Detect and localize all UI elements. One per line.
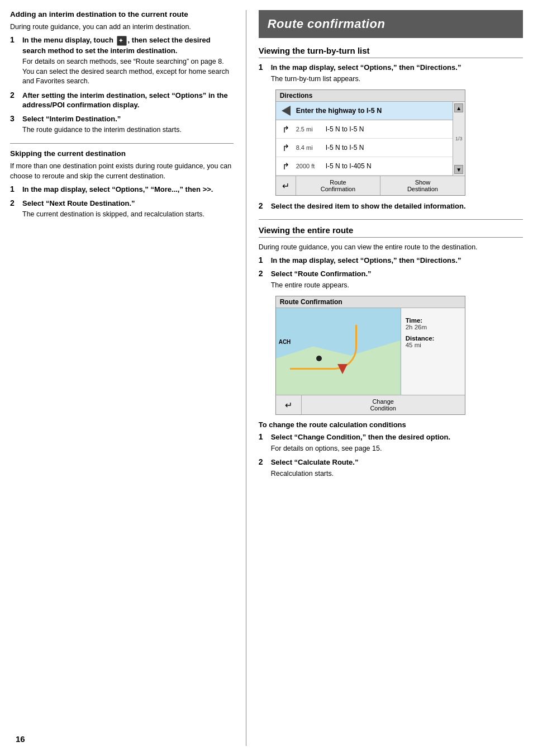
map-route-line: [290, 325, 357, 370]
turn-steps: 1 In the map display, select “Options,” …: [259, 63, 523, 84]
entire-step-num-1: 1: [259, 256, 268, 264]
entire-route-step-1: 1 In the map display, select “Options,” …: [259, 256, 523, 266]
route-map-area: ACH: [276, 308, 401, 395]
show-destination-button[interactable]: ShowDestination: [380, 176, 465, 195]
change-cond-step2-detail: Recalculation starts.: [271, 469, 523, 479]
entire-step2-main: Select “Route Confirmation.”: [271, 269, 523, 279]
turn-icon-2: ↱: [282, 143, 289, 153]
left-column: Adding an interim destination to the cur…: [10, 10, 246, 746]
interim-step-1: 1 In the menu display, touch , then sele…: [10, 35, 234, 87]
dir-row-2[interactable]: ↱ 8.4 mi I-5 N to I-5 N: [276, 139, 453, 157]
turn-step1-main: In the map display, select “Options,” th…: [271, 63, 523, 73]
divider-1: [10, 143, 234, 144]
section-interim-heading: Adding an interim destination to the cur…: [10, 10, 234, 18]
change-cond-step-2: 2 Select “Calculate Route.” Recalculatio…: [259, 457, 523, 479]
change-cond-steps: 1 Select “Change Condition,” then the de…: [259, 432, 523, 479]
turn-by-turn-heading: Viewing the turn-by-turn list: [259, 46, 523, 58]
turn-steps-2: 2 Select the desired item to show the de…: [259, 201, 523, 211]
dir-text-2: I-5 N to I-5 N: [326, 144, 449, 152]
step-num-1: 1: [10, 35, 19, 44]
directions-back-button[interactable]: ↵: [276, 176, 296, 195]
scroll-up-button[interactable]: ▲: [454, 103, 463, 112]
turn-step1-detail: The turn-by-turn list appears.: [271, 74, 523, 84]
dir-dist-1: 2.5 mi: [296, 126, 322, 133]
entire-route-heading: Viewing the entire route: [259, 225, 523, 238]
route-conf-body: ACH Time: 2h 26m Distance: 45 mi: [276, 308, 465, 395]
route-conf-change-button[interactable]: ChangeCondition: [302, 395, 465, 414]
right-column: Route confirmation Viewing the turn-by-t…: [246, 10, 523, 746]
dir-text-3: I-5 N to I-405 N: [326, 162, 449, 170]
change-cond-step2-main: Select “Calculate Route.”: [271, 457, 523, 467]
section-entire-route: Viewing the entire route During route gu…: [259, 225, 523, 479]
directions-title: Directions: [276, 90, 465, 102]
section-turn-by-turn: Viewing the turn-by-turn list 1 In the m…: [259, 46, 523, 211]
interim-step-3: 3 Select “Interim Destination.” The rout…: [10, 114, 234, 135]
dir-dist-3: 2000 ft: [296, 163, 322, 169]
arrow-left-icon: [282, 106, 291, 116]
subsection-change-conditions: To change the route calculation conditio…: [259, 420, 523, 479]
map-label-ach: ACH: [279, 339, 291, 345]
entire-route-step-2: 2 Select “Route Confirmation.” The entir…: [259, 269, 523, 290]
section-interim-destination: Adding an interim destination to the cur…: [10, 10, 234, 135]
turn-step-num-1: 1: [259, 63, 268, 72]
turn-step-1: 1 In the map display, select “Options,” …: [259, 63, 523, 84]
route-conf-title: Route Confirmation: [276, 296, 465, 308]
dir-row-1[interactable]: ↱ 2.5 mi I-5 N to I-5 N: [276, 120, 453, 139]
route-distance-value: 45 mi: [406, 342, 460, 348]
entire-step1-main: In the map display, select “Options,” th…: [271, 256, 523, 266]
dir-row-0[interactable]: Enter the highway to I-5 N: [276, 102, 453, 120]
scroll-page: 1/3: [455, 136, 463, 141]
map-marker-end: [337, 364, 348, 374]
turn-step-2: 2 Select the desired item to show the de…: [259, 201, 523, 211]
interim-step2-main: After setting the interim destination, s…: [22, 91, 234, 110]
interim-steps: 1 In the menu display, touch , then sele…: [10, 35, 234, 135]
dir-text-0: Enter the highway to I-5 N: [296, 107, 449, 115]
step-num-2: 2: [10, 91, 19, 100]
dir-icon-3: ↱: [280, 160, 292, 172]
change-cond-step1-main: Select “Change Condition,” then the desi…: [271, 432, 523, 442]
directions-scroll: ▲ 1/3 ▼: [453, 102, 465, 176]
dir-icon-0: [280, 105, 292, 117]
route-time-label: Time:: [406, 317, 460, 324]
route-info-area: Time: 2h 26m Distance: 45 mi: [401, 308, 465, 395]
scroll-down-button[interactable]: ▼: [454, 165, 463, 174]
change-cond-step-num-2: 2: [259, 457, 268, 466]
route-conf-footer: ↵ ChangeCondition: [276, 395, 465, 414]
directions-list: Enter the highway to I-5 N ↱ 2.5 mi I-5 …: [276, 102, 453, 176]
dir-text-1: I-5 N to I-5 N: [326, 125, 449, 133]
directions-ui: Directions Enter the highway to I-5 N: [275, 89, 465, 196]
route-confirmation-button[interactable]: RouteConfirmation: [296, 176, 381, 195]
section-skip-intro: If more than one destination point exist…: [10, 161, 234, 181]
dir-icon-2: ↱: [280, 141, 292, 154]
directions-bottom-bar: ↵ RouteConfirmation ShowDestination: [276, 176, 465, 195]
step-num-3: 3: [10, 114, 19, 123]
interim-step1-detail: For details on search methods, see “Rout…: [22, 57, 234, 87]
route-distance-label: Distance:: [406, 335, 460, 342]
skip-step2-detail: The current destination is skipped, and …: [22, 210, 234, 220]
turn-icon-3: ↱: [282, 161, 289, 172]
skip-step2-main: Select “Next Route Destination.”: [22, 199, 234, 209]
section-skip-destination: Skipping the current destination If more…: [10, 149, 234, 220]
skip-step-num-2: 2: [10, 199, 19, 207]
turn-icon-1: ↱: [282, 124, 289, 135]
section-skip-heading: Skipping the current destination: [10, 149, 234, 158]
change-cond-step1-detail: For details on options, see page 15.: [271, 444, 523, 454]
change-cond-step-num-1: 1: [259, 432, 268, 441]
route-confirmation-ui: Route Confirmation ACH Time: 2h 26m Dist…: [275, 296, 465, 415]
menu-icon: [117, 36, 127, 46]
skip-step-1: 1 In the map display, select “Options,” …: [10, 185, 234, 195]
route-confirmation-header: Route confirmation: [259, 10, 523, 38]
directions-content: Enter the highway to I-5 N ↱ 2.5 mi I-5 …: [276, 102, 465, 176]
skip-step-num-1: 1: [10, 185, 19, 193]
skip-step1-main: In the map display, select “Options,” “M…: [22, 185, 234, 195]
route-conf-back-button[interactable]: ↵: [276, 395, 302, 414]
interim-step1-main: In the menu display, touch , then select…: [22, 35, 234, 55]
interim-step3-detail: The route guidance to the interim destin…: [22, 125, 234, 135]
dir-row-3[interactable]: ↱ 2000 ft I-5 N to I-405 N: [276, 157, 453, 176]
dir-icon-1: ↱: [280, 123, 292, 135]
dir-dist-2: 8.4 mi: [296, 144, 322, 151]
page-number: 16: [16, 734, 25, 744]
change-conditions-heading: To change the route calculation conditio…: [259, 420, 523, 429]
divider-2: [259, 219, 523, 220]
entire-route-steps: 1 In the map display, select “Options,” …: [259, 256, 523, 291]
